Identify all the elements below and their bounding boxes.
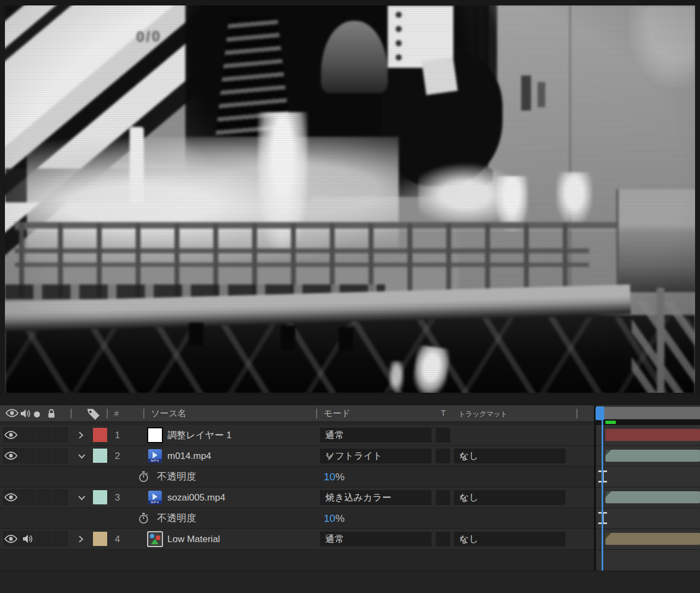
expand-arrow-icon[interactable] [78, 535, 89, 544]
layer-name[interactable]: 調整レイヤー 1 [167, 425, 231, 445]
time-ruler[interactable] [596, 407, 700, 419]
column-divider[interactable] [107, 409, 108, 418]
expand-arrow-icon[interactable] [78, 431, 89, 440]
audio-switch[interactable] [20, 448, 35, 463]
property-name[interactable]: 不透明度 [157, 467, 196, 487]
track-matte-select[interactable]: なし [454, 532, 565, 547]
chevron-down-icon [325, 449, 427, 463]
current-time-indicator-line[interactable] [602, 420, 603, 571]
track-matte-select[interactable]: なし [454, 490, 565, 505]
collapse-arrow-icon[interactable] [78, 452, 89, 461]
play-triangle-icon [153, 493, 158, 500]
composition-viewer: 0/0 [0, 0, 700, 394]
column-divider[interactable] [71, 409, 72, 418]
preserve-transparency-checkbox[interactable] [436, 490, 450, 505]
timeline-panel: # ソース名 モード T トラックマット 1 調整レイヤー 1 [0, 394, 700, 593]
column-divider[interactable] [143, 409, 144, 418]
mp4-file-icon: MP4 [148, 449, 162, 463]
blurred-figure-shape [389, 361, 404, 393]
label-color-swatch[interactable] [93, 428, 107, 442]
blend-mode-select[interactable]: ソフトライト [320, 449, 431, 463]
burned-in-timecode-text: 0/0 [136, 28, 162, 45]
source-name-column-header[interactable]: ソース名 [151, 408, 186, 420]
playhead-handle[interactable] [596, 406, 604, 420]
white-post-shape [130, 127, 144, 204]
solo-switch[interactable] [36, 490, 51, 505]
track-matte-column-header[interactable]: トラックマット [458, 409, 508, 419]
lock-switch[interactable] [52, 531, 68, 547]
audio-switch[interactable] [20, 427, 35, 443]
column-divider[interactable] [316, 409, 317, 418]
video-visibility-switch[interactable] [3, 531, 19, 547]
layer-number: 4 [115, 529, 120, 549]
track-matte-select[interactable]: なし [454, 449, 565, 463]
preserve-transparency-checkbox[interactable] [436, 449, 450, 463]
property-track-area[interactable] [596, 508, 700, 528]
stopwatch-icon[interactable] [138, 513, 149, 526]
blurred-figure-shape [411, 345, 451, 393]
preserve-transparency-checkbox[interactable] [436, 428, 450, 443]
solo-column-icon [34, 411, 40, 417]
deck-stub-shape [189, 323, 203, 346]
video-column-eye-icon [5, 409, 19, 420]
layer-track-area[interactable] [596, 425, 700, 445]
adjustment-layer-icon [148, 428, 162, 442]
wall-bracket-shape [521, 75, 531, 111]
chevron-down-icon [459, 490, 561, 505]
label-color-swatch[interactable] [93, 449, 107, 463]
audio-switch[interactable] [20, 490, 35, 505]
mp4-badge: MP4 [148, 501, 162, 504]
layer-name[interactable]: sozai005.mp4 [167, 487, 225, 508]
layer-name[interactable]: m014.mp4 [167, 446, 211, 466]
timeline-bottom-bar [0, 571, 700, 593]
opacity-value[interactable]: 10% [324, 508, 345, 528]
layer-name[interactable]: Low Material [167, 529, 220, 549]
panel-holes-shape [391, 8, 406, 65]
layer-track-area[interactable] [596, 529, 700, 549]
wall-bracket-shape [538, 82, 545, 107]
opacity-value[interactable]: 10% [324, 467, 345, 487]
render-cache-lane [596, 420, 700, 425]
deck-stub-shape [339, 327, 353, 351]
layer-duration-bar[interactable] [605, 533, 700, 545]
label-column-tag-icon [86, 408, 101, 422]
mp4-badge: MP4 [148, 459, 162, 463]
mp4-file-icon: MP4 [148, 491, 162, 504]
lock-switch[interactable] [52, 490, 68, 505]
blend-mode-select[interactable]: 焼き込みカラー [320, 490, 431, 505]
thumbnail-triangle-shape [151, 539, 159, 544]
mode-column-header[interactable]: モード [324, 408, 351, 420]
solo-switch[interactable] [36, 531, 51, 547]
property-name[interactable]: 不透明度 [157, 508, 196, 528]
layer-track-area[interactable] [596, 487, 700, 508]
lock-switch[interactable] [52, 448, 68, 463]
lock-column-icon [47, 409, 56, 421]
blend-mode-select[interactable]: 通常 [320, 428, 431, 443]
video-visibility-switch[interactable] [3, 448, 19, 463]
preserve-transparency-checkbox[interactable] [436, 532, 450, 547]
stopwatch-icon[interactable] [138, 471, 149, 485]
collapse-arrow-icon[interactable] [78, 493, 89, 502]
right-platform-shape [616, 189, 695, 292]
blend-mode-select[interactable]: 通常 [320, 532, 431, 547]
cached-frames-indicator [605, 421, 616, 424]
property-track-area[interactable] [596, 467, 700, 487]
layer-track-area[interactable] [596, 446, 700, 466]
solo-switch[interactable] [36, 448, 51, 463]
label-color-swatch[interactable] [93, 490, 107, 504]
layer-duration-bar[interactable] [605, 429, 700, 441]
video-visibility-switch[interactable] [3, 427, 19, 443]
audio-switch[interactable] [20, 531, 35, 547]
layer-duration-bar[interactable] [605, 450, 700, 462]
column-divider[interactable] [576, 409, 578, 418]
layer-number: 1 [115, 425, 120, 445]
chevron-down-icon [325, 532, 427, 547]
bottom-right-post-shape [657, 288, 664, 393]
pane-divider[interactable] [594, 405, 596, 571]
video-visibility-switch[interactable] [3, 490, 19, 505]
lock-switch[interactable] [52, 427, 68, 443]
panel-gap [0, 394, 700, 405]
label-color-swatch[interactable] [93, 532, 107, 546]
solo-switch[interactable] [36, 427, 51, 443]
layer-duration-bar[interactable] [605, 491, 700, 503]
